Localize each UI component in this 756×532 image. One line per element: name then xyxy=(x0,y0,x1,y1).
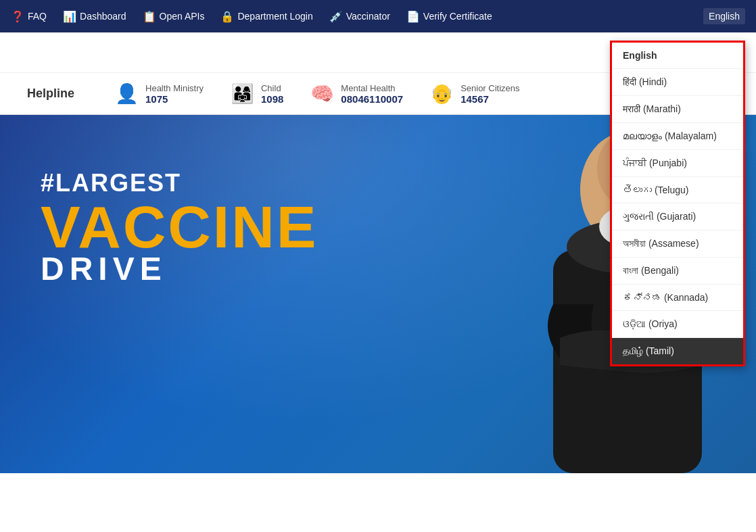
apis-label: Open APIs xyxy=(160,11,205,22)
hero-vaccine-text: VACCINE xyxy=(41,197,318,257)
lang-option-hindi[interactable]: हिंदी (Hindi) xyxy=(612,69,743,96)
lang-option-punjabi[interactable]: ਪੰਜਾਬੀ (Punjabi) xyxy=(612,150,743,177)
nav-faq[interactable]: ❓ FAQ xyxy=(11,10,47,23)
nav-dashboard[interactable]: 📊 Dashboard xyxy=(63,10,126,23)
health-ministry-icon: 👤 xyxy=(115,82,139,105)
nav-verify-certificate[interactable]: 📄 Verify Certificate xyxy=(406,10,492,23)
nav-open-apis[interactable]: 📋 Open APIs xyxy=(143,10,205,23)
certificate-icon: 📄 xyxy=(406,10,420,23)
health-ministry-number: 1075 xyxy=(145,93,204,105)
helpline-senior-citizens: 👴 Senior Citizens 14567 xyxy=(430,82,519,105)
helpline-mental-health: 🧠 Mental Health 08046110007 xyxy=(310,82,403,105)
verify-cert-label: Verify Certificate xyxy=(423,11,492,22)
lang-option-tamil[interactable]: தமிழ் (Tamil) xyxy=(612,338,743,364)
apis-icon: 📋 xyxy=(143,10,156,23)
vaccinator-icon: 💉 xyxy=(329,10,343,23)
language-dropdown: Englishहिंदी (Hindi)मराठी (Marathi)മലയാള… xyxy=(610,41,745,366)
language-selector-button[interactable]: English xyxy=(703,8,745,24)
vaccinator-label: Vaccinator xyxy=(346,11,390,22)
lang-option-assamese[interactable]: অসমীয়া (Assamese) xyxy=(612,231,743,258)
language-selector-container: English Englishहिंदी (Hindi)मराठी (Marat… xyxy=(703,8,745,24)
dashboard-icon: 📊 xyxy=(63,10,76,23)
helpline-child: 👨‍👩‍👧 Child 1098 xyxy=(231,82,283,105)
hero-text-block: #LARGEST VACCINE DRIVE xyxy=(41,169,318,287)
mental-health-icon: 🧠 xyxy=(310,82,334,105)
faq-label: FAQ xyxy=(28,11,47,22)
faq-icon: ❓ xyxy=(11,10,24,23)
navbar: ❓ FAQ 📊 Dashboard 📋 Open APIs 🔒 Departme… xyxy=(0,0,756,32)
child-icon: 👨‍👩‍👧 xyxy=(231,82,254,105)
lang-option-bengali[interactable]: বাংলা (Bengali) xyxy=(612,258,743,285)
lang-option-kannada[interactable]: ಕನ್ನಡ (Kannada) xyxy=(612,285,743,311)
mental-health-number: 08046110007 xyxy=(341,93,403,105)
lang-option-english[interactable]: English xyxy=(612,43,743,69)
lang-option-oriya[interactable]: ଓଡ଼ିଆ (Oriya) xyxy=(612,311,743,338)
nav-department-login[interactable]: 🔒 Department Login xyxy=(220,10,312,23)
helpline-health-ministry: 👤 Health Ministry 1075 xyxy=(115,82,204,105)
senior-citizens-icon: 👴 xyxy=(430,82,454,105)
lock-icon: 🔒 xyxy=(220,10,234,23)
helpline-title: Helpline xyxy=(27,87,74,101)
health-ministry-label: Health Ministry xyxy=(145,83,204,93)
dashboard-label: Dashboard xyxy=(80,11,126,22)
lang-option-gujarati[interactable]: ગુજરાતી (Gujarati) xyxy=(612,203,743,231)
senior-citizens-number: 14567 xyxy=(460,93,519,105)
dept-login-label: Department Login xyxy=(237,11,312,22)
senior-citizens-label: Senior Citizens xyxy=(460,83,519,93)
lang-option-marathi[interactable]: मराठी (Marathi) xyxy=(612,96,743,123)
child-number: 1098 xyxy=(261,93,283,105)
lang-option-malayalam[interactable]: മലയാളം (Malayalam) xyxy=(612,123,743,150)
nav-vaccinator[interactable]: 💉 Vaccinator xyxy=(329,10,390,23)
child-label: Child xyxy=(261,83,283,93)
lang-option-telugu[interactable]: తెలుగు (Telugu) xyxy=(612,177,743,203)
mental-health-label: Mental Health xyxy=(341,83,403,93)
